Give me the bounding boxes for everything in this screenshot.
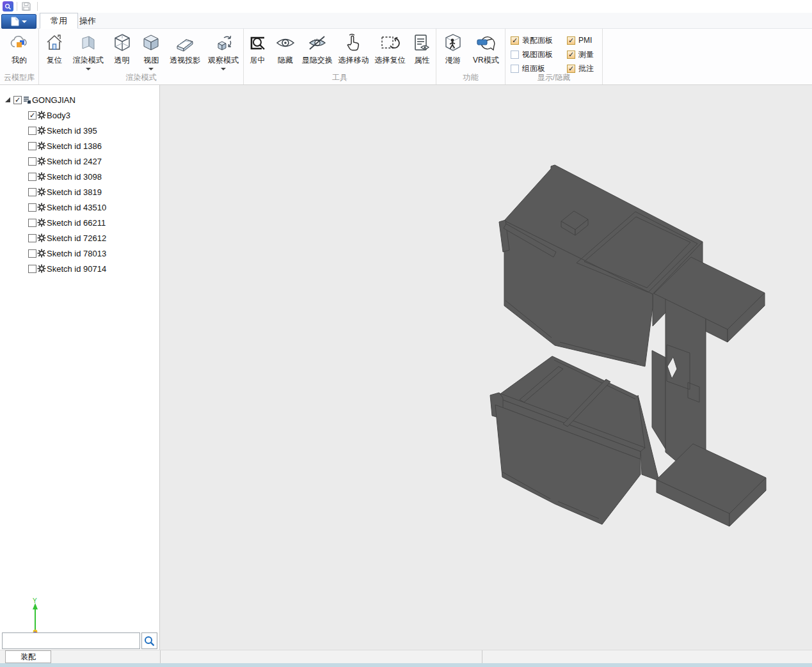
chevron-down-icon (22, 20, 27, 23)
tree-item[interactable]: Sketch id 90714 (28, 261, 106, 276)
checkbox[interactable] (511, 51, 519, 59)
tree-item-label: Sketch id 72612 (47, 233, 106, 243)
divider (482, 650, 482, 664)
perspective-projection-button[interactable]: 透视投影 (166, 32, 203, 66)
gear-icon (37, 172, 46, 181)
save-icon[interactable] (21, 1, 33, 12)
expander-icon[interactable] (5, 97, 10, 102)
tree-item-root[interactable]: ✓ GONGJIAN (5, 92, 76, 107)
checkbox[interactable]: ✓ (567, 65, 575, 73)
walkthrough-button[interactable]: 漫游 (439, 32, 467, 66)
checkbox[interactable] (28, 249, 36, 258)
group-functions: 漫游 VR模式 功能 (436, 29, 506, 84)
vr-mode-button[interactable]: VR模式 (469, 32, 502, 66)
properties-button[interactable]: 属性 (408, 32, 436, 66)
checkbox-measure[interactable]: ✓ 测量 (567, 47, 605, 61)
tree-item[interactable]: ✓ Body3 (28, 107, 70, 123)
ribbon-spacer (603, 29, 812, 84)
tree-item-label: Sketch id 1386 (47, 141, 102, 151)
tree-item-label: Sketch id 3819 (47, 187, 102, 197)
group-label: 云模型库 (0, 72, 38, 83)
gear-icon (37, 141, 46, 150)
tab-caozuo[interactable]: 操作 (69, 13, 106, 29)
checkbox[interactable] (28, 173, 36, 181)
eye-icon (275, 32, 296, 54)
gear-icon (37, 157, 46, 166)
select-move-button[interactable]: 选择移动 (335, 32, 372, 66)
eye-swap-icon (306, 32, 328, 54)
tree-item-label: Sketch id 2427 (47, 157, 102, 166)
tree-item-label: Sketch id 66211 (47, 218, 106, 228)
walk-cube-icon (442, 32, 464, 54)
titlebar-separator (17, 2, 17, 11)
hide-button[interactable]: 隐藏 (271, 32, 299, 66)
panel-tab-bar: 装配 (0, 650, 812, 663)
tree-item[interactable]: Sketch id 72612 (28, 230, 106, 246)
chevron-down-icon (221, 68, 226, 70)
search-button[interactable] (141, 632, 157, 649)
transparent-button[interactable]: 透明 (108, 32, 136, 66)
group-cloud-library: 我的 云模型库 (0, 29, 39, 84)
app-logo-icon[interactable] (3, 1, 13, 12)
group-label: 显示/隐藏 (506, 72, 602, 83)
search-input[interactable] (2, 632, 140, 649)
tree-item[interactable]: Sketch id 78013 (28, 246, 106, 261)
search-icon (144, 636, 155, 647)
model-canvas (160, 85, 812, 650)
checkbox[interactable]: ✓ (567, 51, 575, 59)
home-icon (44, 32, 65, 54)
properties-doc-icon (411, 32, 433, 54)
vr-headset-icon (475, 32, 497, 54)
tree-item[interactable]: Sketch id 3098 (28, 169, 102, 184)
checkbox[interactable]: ✓ (13, 96, 22, 104)
group-show-hide: ✓ 装配面板 ✓ PMI 视图面板 ✓ 测量 组面板 ✓ 批注 (506, 29, 603, 84)
orbit-cube-icon (212, 32, 234, 54)
reset-view-button[interactable]: 复位 (40, 32, 68, 66)
observe-mode-button[interactable]: 观察模式 (205, 32, 242, 70)
ribbon: 我的 云模型库 复位 渲染模式 (0, 29, 812, 85)
file-menu-button[interactable] (1, 14, 36, 29)
checkbox-pmi[interactable]: ✓ PMI (567, 33, 605, 47)
checkbox[interactable] (28, 219, 36, 227)
checkbox[interactable] (28, 265, 36, 273)
center-button[interactable]: 居中 (244, 32, 271, 66)
tree-item[interactable]: Sketch id 395 (28, 123, 97, 138)
checkbox[interactable] (28, 203, 36, 212)
checkbox[interactable] (28, 142, 36, 150)
checkbox[interactable]: ✓ (567, 36, 575, 45)
checkbox[interactable] (28, 234, 36, 242)
render-mode-button[interactable]: 渲染模式 (70, 32, 107, 70)
checkbox[interactable] (28, 127, 36, 135)
solid-cube-icon (140, 32, 162, 54)
assembly-panel: ✓ GONGJIAN ✓ Body3 Sketch id 395 Sketch … (0, 85, 160, 650)
gear-icon (37, 218, 46, 227)
checkbox-view-panel[interactable]: 视图面板 (511, 47, 567, 61)
my-models-button[interactable]: 我的 (1, 32, 38, 66)
tree-item[interactable]: Sketch id 66211 (28, 215, 106, 230)
group-tools: 居中 隐藏 显隐交换 选择移动 (244, 29, 436, 84)
tree-item[interactable]: Sketch id 43510 (28, 200, 106, 215)
tree-item[interactable]: Sketch id 2427 (28, 153, 102, 169)
model-body3 (490, 165, 766, 526)
perspective-box-icon (174, 32, 196, 54)
gizmo-y-label: Y (33, 597, 37, 604)
checkbox[interactable] (511, 65, 519, 73)
3d-viewport[interactable] (160, 85, 812, 650)
assembly-icon (22, 95, 31, 104)
hand-select-icon (343, 32, 365, 54)
checkbox-assembly-panel[interactable]: ✓ 装配面板 (511, 33, 567, 47)
select-reset-button[interactable]: 选择复位 (372, 32, 408, 66)
tree-item[interactable]: Sketch id 1386 (28, 138, 102, 153)
status-bar (0, 663, 812, 667)
wireframe-cube-icon (111, 32, 133, 54)
toggle-visibility-button[interactable]: 显隐交换 (299, 32, 335, 66)
tree-item[interactable]: Sketch id 3819 (28, 184, 102, 200)
checkbox[interactable] (28, 188, 36, 196)
checkbox[interactable]: ✓ (28, 111, 36, 120)
view-button[interactable]: 视图 (137, 32, 165, 70)
group-render-mode: 复位 渲染模式 透明 视图 (39, 29, 244, 84)
checkbox[interactable]: ✓ (511, 36, 519, 45)
tree-item-label: Sketch id 395 (47, 126, 97, 136)
tree-item-label: Body3 (47, 111, 70, 120)
checkbox[interactable] (28, 157, 36, 166)
